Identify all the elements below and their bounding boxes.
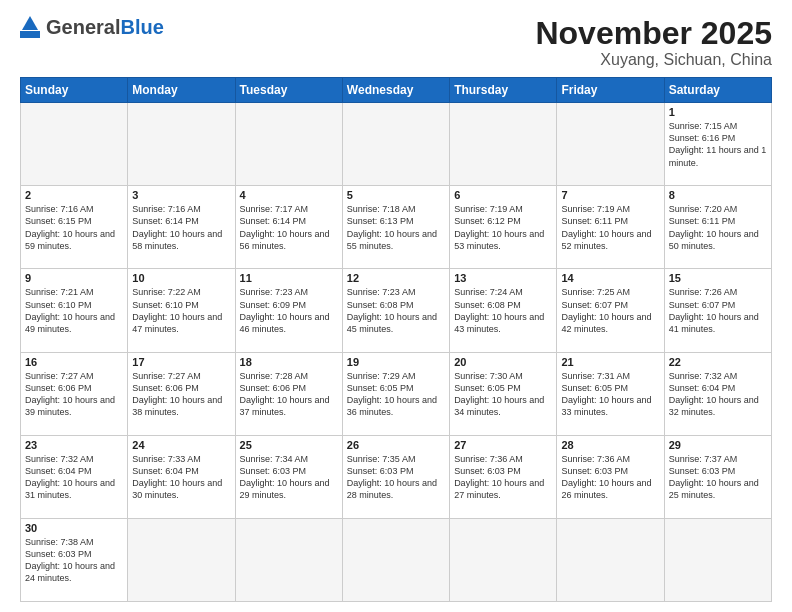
- calendar-cell: 4Sunrise: 7:17 AM Sunset: 6:14 PM Daylig…: [235, 186, 342, 269]
- calendar-cell: 20Sunrise: 7:30 AM Sunset: 6:05 PM Dayli…: [450, 352, 557, 435]
- day-number: 11: [240, 272, 338, 284]
- calendar-table: Sunday Monday Tuesday Wednesday Thursday…: [20, 77, 772, 602]
- day-info: Sunrise: 7:28 AM Sunset: 6:06 PM Dayligh…: [240, 370, 338, 419]
- day-number: 5: [347, 189, 445, 201]
- logo: GeneralBlue: [20, 16, 164, 38]
- calendar-cell: 2Sunrise: 7:16 AM Sunset: 6:15 PM Daylig…: [21, 186, 128, 269]
- day-info: Sunrise: 7:21 AM Sunset: 6:10 PM Dayligh…: [25, 286, 123, 335]
- calendar-cell: [235, 518, 342, 601]
- calendar-cell: 18Sunrise: 7:28 AM Sunset: 6:06 PM Dayli…: [235, 352, 342, 435]
- calendar-cell: 3Sunrise: 7:16 AM Sunset: 6:14 PM Daylig…: [128, 186, 235, 269]
- calendar-cell: 6Sunrise: 7:19 AM Sunset: 6:12 PM Daylig…: [450, 186, 557, 269]
- title-block: November 2025 Xuyang, Sichuan, China: [535, 16, 772, 69]
- calendar-week-4: 23Sunrise: 7:32 AM Sunset: 6:04 PM Dayli…: [21, 435, 772, 518]
- calendar-cell: 17Sunrise: 7:27 AM Sunset: 6:06 PM Dayli…: [128, 352, 235, 435]
- day-number: 8: [669, 189, 767, 201]
- calendar-cell: 28Sunrise: 7:36 AM Sunset: 6:03 PM Dayli…: [557, 435, 664, 518]
- calendar-cell: 12Sunrise: 7:23 AM Sunset: 6:08 PM Dayli…: [342, 269, 449, 352]
- calendar-cell: 1Sunrise: 7:15 AM Sunset: 6:16 PM Daylig…: [664, 103, 771, 186]
- day-info: Sunrise: 7:36 AM Sunset: 6:03 PM Dayligh…: [561, 453, 659, 502]
- day-info: Sunrise: 7:22 AM Sunset: 6:10 PM Dayligh…: [132, 286, 230, 335]
- calendar-week-3: 16Sunrise: 7:27 AM Sunset: 6:06 PM Dayli…: [21, 352, 772, 435]
- logo-icon: [20, 16, 40, 38]
- logo-blue: Blue: [120, 16, 163, 38]
- calendar-cell: [21, 103, 128, 186]
- calendar-cell: 11Sunrise: 7:23 AM Sunset: 6:09 PM Dayli…: [235, 269, 342, 352]
- day-info: Sunrise: 7:25 AM Sunset: 6:07 PM Dayligh…: [561, 286, 659, 335]
- day-info: Sunrise: 7:32 AM Sunset: 6:04 PM Dayligh…: [25, 453, 123, 502]
- day-info: Sunrise: 7:20 AM Sunset: 6:11 PM Dayligh…: [669, 203, 767, 252]
- day-number: 9: [25, 272, 123, 284]
- col-sunday: Sunday: [21, 78, 128, 103]
- calendar-cell: 24Sunrise: 7:33 AM Sunset: 6:04 PM Dayli…: [128, 435, 235, 518]
- calendar-cell: 26Sunrise: 7:35 AM Sunset: 6:03 PM Dayli…: [342, 435, 449, 518]
- calendar-cell: 7Sunrise: 7:19 AM Sunset: 6:11 PM Daylig…: [557, 186, 664, 269]
- day-number: 28: [561, 439, 659, 451]
- day-number: 19: [347, 356, 445, 368]
- day-number: 7: [561, 189, 659, 201]
- day-number: 22: [669, 356, 767, 368]
- calendar-cell: 21Sunrise: 7:31 AM Sunset: 6:05 PM Dayli…: [557, 352, 664, 435]
- calendar-cell: 30Sunrise: 7:38 AM Sunset: 6:03 PM Dayli…: [21, 518, 128, 601]
- day-info: Sunrise: 7:36 AM Sunset: 6:03 PM Dayligh…: [454, 453, 552, 502]
- calendar-cell: 22Sunrise: 7:32 AM Sunset: 6:04 PM Dayli…: [664, 352, 771, 435]
- calendar-cell: 23Sunrise: 7:32 AM Sunset: 6:04 PM Dayli…: [21, 435, 128, 518]
- calendar-cell: 13Sunrise: 7:24 AM Sunset: 6:08 PM Dayli…: [450, 269, 557, 352]
- day-info: Sunrise: 7:23 AM Sunset: 6:09 PM Dayligh…: [240, 286, 338, 335]
- calendar-body: 1Sunrise: 7:15 AM Sunset: 6:16 PM Daylig…: [21, 103, 772, 602]
- calendar-cell: 8Sunrise: 7:20 AM Sunset: 6:11 PM Daylig…: [664, 186, 771, 269]
- calendar-week-5: 30Sunrise: 7:38 AM Sunset: 6:03 PM Dayli…: [21, 518, 772, 601]
- day-number: 16: [25, 356, 123, 368]
- day-info: Sunrise: 7:29 AM Sunset: 6:05 PM Dayligh…: [347, 370, 445, 419]
- day-info: Sunrise: 7:34 AM Sunset: 6:03 PM Dayligh…: [240, 453, 338, 502]
- day-number: 2: [25, 189, 123, 201]
- day-number: 20: [454, 356, 552, 368]
- day-number: 10: [132, 272, 230, 284]
- col-thursday: Thursday: [450, 78, 557, 103]
- calendar-cell: [450, 518, 557, 601]
- calendar-week-0: 1Sunrise: 7:15 AM Sunset: 6:16 PM Daylig…: [21, 103, 772, 186]
- day-number: 6: [454, 189, 552, 201]
- day-info: Sunrise: 7:30 AM Sunset: 6:05 PM Dayligh…: [454, 370, 552, 419]
- calendar-header: Sunday Monday Tuesday Wednesday Thursday…: [21, 78, 772, 103]
- logo-text-block: GeneralBlue: [46, 17, 164, 37]
- col-saturday: Saturday: [664, 78, 771, 103]
- day-info: Sunrise: 7:16 AM Sunset: 6:15 PM Dayligh…: [25, 203, 123, 252]
- day-info: Sunrise: 7:24 AM Sunset: 6:08 PM Dayligh…: [454, 286, 552, 335]
- calendar-cell: 9Sunrise: 7:21 AM Sunset: 6:10 PM Daylig…: [21, 269, 128, 352]
- calendar-cell: [557, 518, 664, 601]
- calendar-title: November 2025: [535, 16, 772, 51]
- col-tuesday: Tuesday: [235, 78, 342, 103]
- calendar-cell: [342, 518, 449, 601]
- calendar-week-2: 9Sunrise: 7:21 AM Sunset: 6:10 PM Daylig…: [21, 269, 772, 352]
- calendar-cell: [342, 103, 449, 186]
- calendar-cell: 27Sunrise: 7:36 AM Sunset: 6:03 PM Dayli…: [450, 435, 557, 518]
- calendar-cell: [235, 103, 342, 186]
- header: GeneralBlue November 2025 Xuyang, Sichua…: [20, 16, 772, 69]
- logo-name: GeneralBlue: [46, 17, 164, 37]
- col-wednesday: Wednesday: [342, 78, 449, 103]
- calendar-cell: 29Sunrise: 7:37 AM Sunset: 6:03 PM Dayli…: [664, 435, 771, 518]
- page: GeneralBlue November 2025 Xuyang, Sichua…: [0, 0, 792, 612]
- calendar-week-1: 2Sunrise: 7:16 AM Sunset: 6:15 PM Daylig…: [21, 186, 772, 269]
- day-number: 27: [454, 439, 552, 451]
- calendar-cell: 16Sunrise: 7:27 AM Sunset: 6:06 PM Dayli…: [21, 352, 128, 435]
- calendar-cell: [557, 103, 664, 186]
- calendar-cell: 15Sunrise: 7:26 AM Sunset: 6:07 PM Dayli…: [664, 269, 771, 352]
- day-number: 1: [669, 106, 767, 118]
- day-number: 4: [240, 189, 338, 201]
- calendar-cell: [128, 518, 235, 601]
- day-info: Sunrise: 7:27 AM Sunset: 6:06 PM Dayligh…: [25, 370, 123, 419]
- day-info: Sunrise: 7:23 AM Sunset: 6:08 PM Dayligh…: [347, 286, 445, 335]
- day-number: 12: [347, 272, 445, 284]
- calendar-subtitle: Xuyang, Sichuan, China: [535, 51, 772, 69]
- calendar-cell: 10Sunrise: 7:22 AM Sunset: 6:10 PM Dayli…: [128, 269, 235, 352]
- day-number: 24: [132, 439, 230, 451]
- day-number: 13: [454, 272, 552, 284]
- day-number: 23: [25, 439, 123, 451]
- day-info: Sunrise: 7:27 AM Sunset: 6:06 PM Dayligh…: [132, 370, 230, 419]
- day-info: Sunrise: 7:33 AM Sunset: 6:04 PM Dayligh…: [132, 453, 230, 502]
- logo-triangle: [22, 16, 38, 30]
- day-info: Sunrise: 7:17 AM Sunset: 6:14 PM Dayligh…: [240, 203, 338, 252]
- logo-rect: [20, 31, 40, 38]
